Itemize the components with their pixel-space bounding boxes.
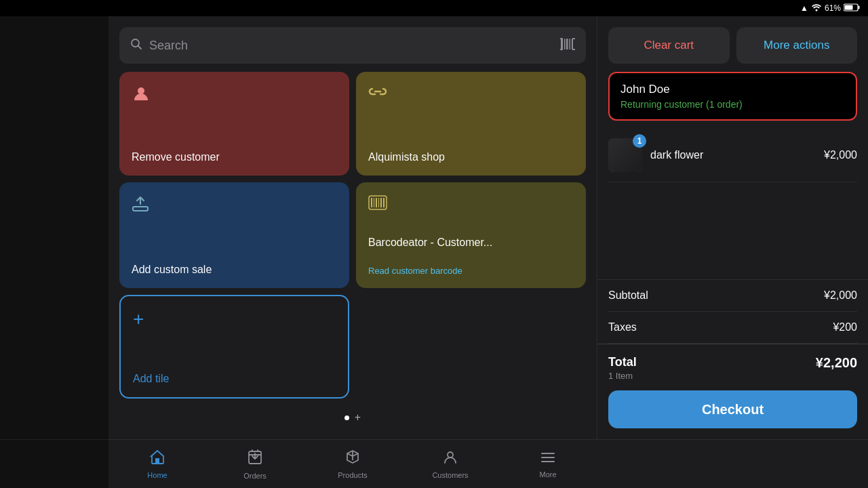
tab-orders[interactable]: Orders bbox=[235, 449, 275, 480]
signal-icon: ▲ bbox=[800, 3, 808, 13]
person-icon bbox=[132, 84, 337, 107]
link-icon bbox=[368, 84, 574, 103]
clear-cart-button[interactable]: Clear cart bbox=[608, 27, 730, 64]
item-price: ¥2,000 bbox=[824, 149, 857, 161]
svg-rect-21 bbox=[378, 198, 379, 207]
tab-products[interactable]: Products bbox=[332, 449, 373, 479]
remove-customer-label: Remove customer bbox=[132, 151, 337, 163]
svg-point-26 bbox=[448, 452, 453, 458]
add-page-icon[interactable]: + bbox=[355, 412, 361, 423]
total-row: Total 1 Item ¥2,200 bbox=[608, 355, 857, 381]
right-top-bar: Clear cart More actions bbox=[597, 16, 868, 64]
custom-sale-label: Add custom sale bbox=[132, 264, 337, 276]
item-quantity-badge: 1 bbox=[633, 134, 646, 148]
cart-section: 1 dark flower ¥2,000 bbox=[597, 129, 868, 279]
summary-section: Subtotal ¥2,000 Taxes ¥200 bbox=[597, 279, 868, 344]
taxes-value: ¥200 bbox=[833, 321, 857, 333]
svg-rect-2 bbox=[859, 5, 860, 9]
search-icon bbox=[130, 38, 142, 54]
dot-1 bbox=[344, 415, 349, 420]
checkout-button[interactable]: Checkout bbox=[608, 390, 857, 428]
customers-icon bbox=[442, 449, 458, 468]
svg-rect-9 bbox=[570, 39, 571, 49]
plus-icon: + bbox=[133, 308, 336, 330]
right-panel: Clear cart More actions John Doe Returni… bbox=[597, 16, 868, 439]
cart-item[interactable]: 1 dark flower ¥2,000 bbox=[608, 129, 857, 182]
tab-home[interactable]: Home bbox=[137, 449, 178, 479]
bottom-right-strip bbox=[597, 439, 868, 488]
total-item-count: 1 Item bbox=[608, 371, 637, 381]
main-container: Search bbox=[0, 16, 868, 439]
svg-rect-14 bbox=[572, 49, 575, 50]
tile-add-tile[interactable]: + Add tile bbox=[119, 295, 349, 399]
svg-rect-16 bbox=[133, 207, 148, 211]
item-name: dark flower bbox=[650, 149, 816, 161]
taxes-label: Taxes bbox=[608, 321, 637, 333]
tab-more-label: More bbox=[539, 470, 556, 479]
status-bar: ▲ 61% bbox=[0, 0, 868, 16]
search-placeholder: Search bbox=[149, 39, 553, 53]
svg-rect-23 bbox=[383, 198, 384, 207]
svg-rect-12 bbox=[560, 49, 563, 50]
total-value: ¥2,200 bbox=[816, 355, 857, 371]
svg-rect-11 bbox=[560, 38, 563, 39]
svg-rect-20 bbox=[376, 198, 377, 207]
add-tile-label: Add tile bbox=[133, 373, 336, 385]
tiles-grid: Remove customer Alquimista shop bbox=[119, 72, 586, 399]
tab-orders-label: Orders bbox=[243, 472, 267, 480]
svg-rect-22 bbox=[380, 198, 382, 207]
bottom-left-strip bbox=[0, 439, 108, 488]
subtotal-label: Subtotal bbox=[608, 289, 648, 302]
wifi-icon bbox=[811, 3, 822, 14]
tab-home-label: Home bbox=[147, 471, 167, 479]
tab-customers-label: Customers bbox=[432, 471, 468, 479]
status-icons: ▲ 61% bbox=[800, 3, 860, 14]
item-image-wrap: 1 bbox=[608, 138, 642, 172]
svg-rect-10 bbox=[572, 39, 573, 49]
barcodeator-sublabel: Read customer barcode bbox=[368, 266, 574, 276]
battery-visual bbox=[844, 3, 860, 14]
more-actions-button[interactable]: More actions bbox=[736, 27, 858, 64]
tile-custom-sale[interactable]: Add custom sale bbox=[119, 182, 349, 288]
orders-icon bbox=[248, 449, 262, 469]
customer-card[interactable]: John Doe Returning customer (1 order) bbox=[608, 72, 857, 121]
tile-alquimista[interactable]: Alquimista shop bbox=[356, 72, 586, 176]
tab-customers[interactable]: Customers bbox=[430, 449, 471, 479]
bottom-area: Home Orders Products bbox=[0, 439, 868, 488]
page-dots: + bbox=[119, 407, 586, 428]
svg-point-0 bbox=[815, 9, 817, 11]
more-icon bbox=[540, 450, 555, 468]
subtotal-value: ¥2,000 bbox=[824, 289, 857, 302]
customer-status: Returning customer (1 order) bbox=[620, 99, 845, 110]
svg-rect-18 bbox=[371, 198, 372, 207]
barcode-scan-icon[interactable] bbox=[560, 38, 575, 54]
taxes-row: Taxes ¥200 bbox=[608, 312, 857, 344]
svg-rect-6 bbox=[561, 39, 563, 49]
svg-point-15 bbox=[138, 87, 144, 94]
barcodeator-icon bbox=[368, 195, 574, 216]
tile-barcodeator[interactable]: Barcodeator - Customer... Read customer … bbox=[356, 182, 586, 288]
svg-rect-13 bbox=[572, 38, 575, 39]
svg-rect-19 bbox=[374, 198, 374, 207]
svg-rect-24 bbox=[155, 458, 159, 464]
left-sidebar bbox=[0, 16, 108, 439]
total-label-wrap: Total 1 Item bbox=[608, 355, 637, 381]
tab-products-label: Products bbox=[338, 471, 367, 479]
home-icon bbox=[149, 449, 165, 468]
svg-rect-7 bbox=[564, 39, 566, 49]
alquimista-label: Alquimista shop bbox=[368, 151, 574, 163]
tile-remove-customer[interactable]: Remove customer bbox=[119, 72, 349, 176]
tab-bar: Home Orders Products bbox=[108, 439, 597, 488]
svg-rect-8 bbox=[566, 39, 568, 49]
upload-icon bbox=[132, 195, 337, 216]
search-bar[interactable]: Search bbox=[119, 27, 586, 64]
products-icon bbox=[345, 449, 360, 468]
total-section: Total 1 Item ¥2,200 bbox=[597, 344, 868, 381]
subtotal-row: Subtotal ¥2,000 bbox=[608, 280, 857, 312]
battery-icon: 61% bbox=[825, 3, 841, 13]
tab-more[interactable]: More bbox=[528, 450, 568, 479]
customer-name: John Doe bbox=[620, 83, 845, 96]
svg-line-5 bbox=[138, 45, 142, 49]
total-label: Total bbox=[608, 355, 637, 369]
center-panel: Search bbox=[108, 16, 597, 439]
